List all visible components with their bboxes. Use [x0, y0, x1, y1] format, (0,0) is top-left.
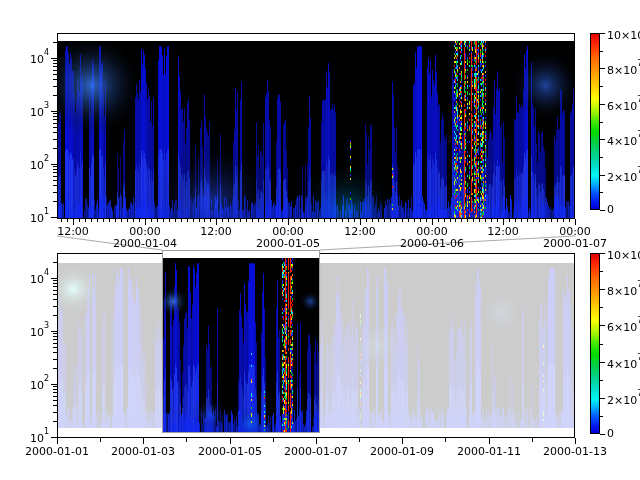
bottom-y-minor-tick	[53, 405, 57, 406]
top-y-minor-tick	[53, 119, 57, 120]
top-x-minor-tick	[187, 219, 188, 222]
top-y-minor-tick	[53, 113, 57, 114]
top-x-minor-tick	[91, 219, 92, 222]
bottom-colorbar-minor-tick	[600, 307, 603, 308]
top-x-minor-tick	[294, 219, 295, 222]
bottom-y-minor-tick	[53, 359, 57, 360]
top-x-minor-tick	[509, 219, 510, 222]
top-y-minor-tick	[53, 70, 57, 71]
bottom-y-minor-tick	[53, 283, 57, 284]
top-colorbar-minor-tick	[600, 51, 603, 52]
top-colorbar-minor-tick	[600, 122, 603, 123]
top-x-minor-tick	[467, 219, 468, 222]
bottom-colorbar	[590, 253, 600, 434]
top-x-minor-tick	[300, 219, 301, 222]
top-x-minor-tick	[420, 219, 421, 222]
bottom-x-date-label: 2000-01-03	[103, 446, 183, 459]
bottom-x-minor-tick	[532, 438, 533, 442]
top-x-minor-tick	[79, 219, 80, 222]
top-x-minor-tick	[246, 219, 247, 222]
top-spectrogram-image[interactable]	[58, 41, 574, 218]
top-x-minor-tick	[318, 219, 319, 222]
top-y-minor-tick	[53, 172, 57, 173]
top-colorbar-minor-tick	[600, 157, 603, 158]
top-x-minor-tick	[270, 219, 271, 222]
top-y-minor-tick	[53, 123, 57, 124]
zoom-selection-image[interactable]	[163, 258, 319, 432]
top-x-minor-tick	[479, 219, 480, 222]
bottom-y-minor-tick	[53, 343, 57, 344]
top-y-major-tick	[51, 111, 57, 112]
top-y-minor-tick	[53, 180, 57, 181]
top-x-minor-tick	[444, 219, 445, 222]
top-x-minor-tick	[354, 219, 355, 222]
bottom-colorbar-minor-tick	[600, 380, 603, 381]
top-colorbar-tick-label: 6×107	[607, 98, 640, 113]
bottom-x-minor-tick	[186, 438, 187, 442]
top-x-minor-tick	[378, 219, 379, 222]
top-x-minor-tick	[402, 219, 403, 222]
top-y-minor-tick	[53, 176, 57, 177]
top-x-minor-tick	[67, 219, 68, 222]
top-x-minor-tick	[426, 219, 427, 222]
top-x-minor-tick	[240, 219, 241, 222]
bottom-colorbar-major-tick	[600, 253, 605, 254]
top-x-minor-tick	[222, 219, 223, 222]
top-x-minor-tick	[97, 219, 98, 222]
top-y-major-tick	[51, 164, 57, 165]
top-y-minor-tick	[53, 148, 57, 149]
top-colorbar-tick-label: 0	[607, 204, 640, 217]
top-x-minor-tick	[228, 219, 229, 222]
top-y-minor-tick	[53, 127, 57, 128]
bottom-colorbar-tick-label: 10×107	[607, 247, 640, 262]
top-x-minor-tick	[372, 219, 373, 222]
top-x-minor-tick	[199, 219, 200, 222]
top-x-minor-tick	[438, 219, 439, 222]
top-x-minor-tick	[306, 219, 307, 222]
top-x-minor-tick	[390, 219, 391, 222]
top-x-date-label: 2000-01-05	[250, 238, 326, 251]
bottom-colorbar-tick-label: 8×107	[607, 283, 640, 298]
top-colorbar-tick-label: 4×107	[607, 133, 640, 148]
bottom-x-date-label: 2000-01-01	[17, 446, 97, 459]
top-x-minor-tick	[85, 219, 86, 222]
top-colorbar-major-tick	[600, 175, 605, 176]
top-x-minor-tick	[569, 219, 570, 222]
top-y-minor-tick	[53, 42, 57, 43]
top-x-minor-tick	[557, 219, 558, 222]
bottom-y-minor-tick	[53, 333, 57, 334]
top-x-minor-tick	[497, 219, 498, 222]
bottom-y-minor-tick	[53, 392, 57, 393]
top-colorbar-major-tick	[600, 139, 605, 140]
top-y-minor-tick	[53, 79, 57, 80]
top-x-minor-tick	[175, 219, 176, 222]
bottom-x-major-tick	[230, 438, 231, 444]
bottom-x-major-tick	[57, 438, 58, 444]
bottom-colorbar-minor-tick	[600, 271, 603, 272]
top-colorbar-major-tick	[600, 68, 605, 69]
top-x-minor-tick	[163, 219, 164, 222]
top-x-minor-tick	[551, 219, 552, 222]
top-y-minor-tick	[53, 60, 57, 61]
bottom-colorbar-major-tick	[600, 289, 605, 290]
top-y-tick-label: 103	[19, 104, 49, 119]
top-x-minor-tick	[545, 219, 546, 222]
top-x-minor-tick	[151, 219, 152, 222]
top-x-minor-tick	[533, 219, 534, 222]
bottom-colorbar-major-tick	[600, 362, 605, 363]
bottom-y-tick-label: 101	[19, 430, 49, 445]
top-x-minor-tick	[450, 219, 451, 222]
top-x-minor-tick	[204, 219, 205, 222]
top-x-minor-tick	[312, 219, 313, 222]
bottom-x-date-label: 2000-01-07	[276, 446, 356, 459]
bottom-y-minor-tick	[53, 290, 57, 291]
bottom-y-tick-label: 102	[19, 377, 49, 392]
bottom-y-tick-label: 103	[19, 324, 49, 339]
top-x-minor-tick	[521, 219, 522, 222]
bottom-y-minor-tick	[53, 336, 57, 337]
top-x-minor-tick	[396, 219, 397, 222]
top-y-minor-tick	[53, 86, 57, 87]
top-x-minor-tick	[157, 219, 158, 222]
top-x-minor-tick	[563, 219, 564, 222]
bottom-x-major-tick	[316, 438, 317, 444]
